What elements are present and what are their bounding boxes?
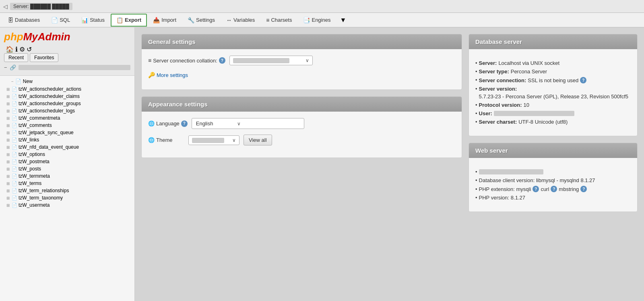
settings-tab-icon: 🔧	[188, 17, 194, 23]
expand-btn: ⊞	[6, 102, 10, 106]
sidebar: phpMyAdmin 🏠 ℹ ⚙ ↺ Recent Favorites − 🔗 …	[0, 27, 135, 301]
language-select[interactable]: English ∨	[192, 118, 304, 129]
settings-icon[interactable]: ⚙	[19, 46, 25, 53]
recent-tab[interactable]: Recent	[4, 53, 28, 62]
language-help-icon[interactable]: ?	[181, 120, 188, 127]
table-icon: 📄	[12, 166, 17, 172]
server-info-text: Server charset: UTF-8 Unicode (utf8)	[479, 119, 568, 125]
info-help-icon[interactable]: ?	[580, 77, 586, 83]
tree-item[interactable]: ⊞📄tzW_terms	[0, 180, 134, 187]
tab-charsets[interactable]: ≡Charsets	[261, 14, 297, 26]
mysqli-help-icon[interactable]: ?	[533, 186, 539, 192]
tree-item[interactable]: ⊞📄tzW_term_relationships	[0, 187, 134, 194]
server-info-text: Server: Localhost via UNIX socket	[479, 60, 560, 66]
table-name: tzW_term_taxonomy	[19, 195, 63, 201]
tab-export[interactable]: 📋Export	[111, 14, 147, 27]
table-icon: 📄	[12, 116, 17, 121]
back-arrow-icon[interactable]: ◁	[3, 3, 8, 10]
tree-item[interactable]: ⊞📄tzW_postmeta	[0, 158, 134, 165]
expand-btn: ⊞	[6, 94, 10, 99]
table-name: tzW_terms	[19, 181, 41, 186]
tree-item[interactable]: ⊞📄tzW_options	[0, 151, 134, 158]
table-icon: 📄	[12, 87, 17, 92]
tab-import[interactable]: 📥Import	[148, 14, 182, 26]
database-server-title: Database server	[475, 38, 522, 45]
view-all-button[interactable]: View all	[244, 135, 272, 145]
tab-settings[interactable]: 🔧Settings	[182, 14, 220, 26]
table-name: tzW_options	[19, 152, 45, 157]
tree-item[interactable]: ⊞📄tzW_links	[0, 136, 134, 143]
tree-item[interactable]: ⊞📄tzW_actionscheduler_claims	[0, 93, 134, 100]
server-label: Server: ██████ █████	[10, 3, 72, 10]
server-info-item: Server type: Percona Server	[475, 67, 631, 76]
tree-item[interactable]: ⊞📄tzW_termmeta	[0, 172, 134, 180]
more-tabs-button[interactable]: ▼	[336, 15, 349, 25]
collapse-all-icon[interactable]: −	[4, 64, 7, 71]
charsets-tab-label: Charsets	[271, 17, 292, 23]
home-icon[interactable]: 🏠	[6, 46, 14, 53]
collation-help-icon[interactable]: ?	[219, 57, 225, 64]
export-tab-label: Export	[125, 17, 141, 23]
main-layout: phpMyAdmin 🏠 ℹ ⚙ ↺ Recent Favorites − 🔗 …	[0, 27, 644, 301]
new-db-item[interactable]: − 📄 New	[0, 77, 134, 85]
server-info-text: User:	[479, 110, 574, 116]
import-tab-label: Import	[161, 17, 176, 23]
theme-select-value	[192, 137, 224, 143]
table-name: tzW_actionscheduler_logs	[19, 108, 75, 114]
table-icon: 📄	[12, 203, 17, 208]
sql-tab-label: SQL	[60, 17, 70, 23]
tree-item[interactable]: ⊞📄tzW_usermeta	[0, 201, 134, 209]
variables-tab-label: Variables	[233, 17, 255, 23]
table-name: tzW_actionscheduler_groups	[19, 101, 81, 106]
table-icon: 📄	[12, 195, 17, 201]
collation-label: ≡ Server connection collation: ?	[148, 57, 225, 64]
appearance-settings-panel: Appearance settings 🌐 Language ? English…	[141, 96, 462, 158]
ext-help-icon-1[interactable]: ?	[580, 186, 587, 192]
expand-btn: ⊞	[6, 167, 10, 171]
appearance-settings-body: 🌐 Language ? English ∨ 🌐 Theme	[142, 112, 462, 158]
database-server-panel: Database server Server: Localhost via UN…	[469, 34, 638, 136]
refresh-icon[interactable]: ↺	[27, 46, 32, 53]
expand-btn: ⊞	[6, 116, 10, 120]
tab-databases[interactable]: 🗄Databases	[2, 14, 45, 26]
tree-item[interactable]: ⊞📄tzW_commentmeta	[0, 114, 134, 122]
expand-btn: ⊞	[6, 123, 10, 128]
expand-icon: −	[11, 79, 14, 84]
engines-tab-label: Engines	[312, 17, 330, 23]
tab-variables[interactable]: ↔Variables	[221, 14, 260, 26]
more-settings-link[interactable]: 🔑 More settings	[148, 72, 188, 78]
tab-engines[interactable]: 📑Engines	[298, 14, 336, 26]
table-name: tzW_nfd_data_event_queue	[19, 144, 79, 150]
table-name: tzW_posts	[19, 166, 41, 172]
tree-item[interactable]: ⊞📄tzW_actionscheduler_actions	[0, 85, 134, 93]
ext-help-icon-0[interactable]: ?	[551, 186, 557, 192]
table-icon: 📄	[12, 159, 17, 164]
tree-item[interactable]: ⊞📄tzW_term_taxonomy	[0, 194, 134, 201]
expand-btn: ⊞	[6, 196, 10, 200]
info-icon[interactable]: ℹ	[15, 46, 18, 53]
link-icon[interactable]: 🔗	[10, 64, 16, 71]
server-info-text: Server version: 5.7.23-23 - Percona Serv…	[479, 86, 631, 100]
expand-btn: ⊞	[6, 181, 10, 186]
key-icon: 🔑	[148, 72, 155, 78]
language-row: 🌐 Language ? English ∨	[148, 118, 455, 129]
general-settings-panel: General settings ≡ Server connection col…	[141, 34, 462, 90]
server-info-item: User:	[475, 109, 631, 118]
table-icon: 📄	[12, 130, 17, 135]
tab-status[interactable]: 📊Status	[76, 14, 110, 26]
theme-select[interactable]: ∨	[188, 135, 239, 145]
tree-item[interactable]: ⊞📄tzW_actionscheduler_groups	[0, 100, 134, 107]
table-icon: 📄	[12, 101, 17, 106]
tree-item[interactable]: ⊞📄tzW_comments	[0, 122, 134, 129]
favorites-tab[interactable]: Favorites	[30, 53, 58, 62]
tree-item[interactable]: ⊞📄tzW_jetpack_sync_queue	[0, 129, 134, 136]
db-filter-display	[19, 65, 130, 70]
tree-item[interactable]: ⊞📄tzW_nfd_data_event_queue	[0, 143, 134, 151]
table-name: tzW_actionscheduler_actions	[19, 86, 81, 92]
tree-item[interactable]: ⊞📄tzW_posts	[0, 165, 134, 172]
table-icon: 📄	[12, 108, 17, 114]
tree-item[interactable]: ⊞📄tzW_actionscheduler_logs	[0, 107, 134, 114]
tab-sql[interactable]: 📄SQL	[46, 14, 75, 26]
collation-select[interactable]: ∨	[229, 56, 313, 65]
settings-tab-label: Settings	[196, 17, 215, 23]
